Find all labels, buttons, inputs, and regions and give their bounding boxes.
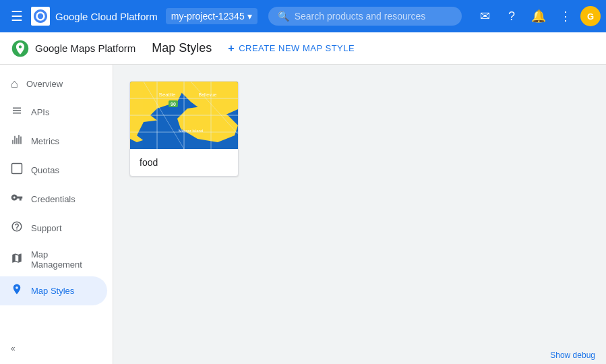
sidebar-item-apis[interactable]: APIs xyxy=(0,98,107,127)
bottom-bar[interactable]: Show debug xyxy=(539,346,606,364)
main-layout: ⌂ Overview APIs Metrics Quotas Credent xyxy=(0,65,606,364)
svg-text:Seattle: Seattle xyxy=(159,92,176,98)
svg-text:Bellevue: Bellevue xyxy=(199,92,217,97)
top-bar: ☰ Google Cloud Platform my-project-12345… xyxy=(0,0,606,32)
sidebar-item-map-management[interactable]: Map Management xyxy=(0,243,107,276)
sidebar-item-metrics[interactable]: Metrics xyxy=(0,127,107,156)
overview-icon: ⌂ xyxy=(11,77,18,91)
create-icon: + xyxy=(228,42,235,55)
brand-name: Google Cloud Platform xyxy=(55,11,158,22)
create-btn-label: CREATE NEW MAP STYLE xyxy=(239,43,355,53)
avatar[interactable]: G xyxy=(580,6,601,26)
sidebar-item-overview[interactable]: ⌂ Overview xyxy=(0,70,107,98)
debug-label: Show debug xyxy=(550,351,595,360)
support-icon xyxy=(11,220,23,236)
sidebar-item-map-styles[interactable]: Map Styles xyxy=(0,276,107,305)
sidebar-collapse[interactable]: « xyxy=(0,338,113,359)
menu-icon[interactable]: ☰ xyxy=(5,3,28,30)
map-style-card-food[interactable]: Seattle Bellevue Mercer Island 90 food xyxy=(129,81,239,177)
map-preview-svg: Seattle Bellevue Mercer Island 90 xyxy=(130,82,239,149)
search-input[interactable] xyxy=(295,11,452,22)
quotas-icon xyxy=(11,162,23,178)
sub-header: Google Maps Platform Map Styles + CREATE… xyxy=(0,32,606,65)
project-selector[interactable]: my-project-12345 ▾ xyxy=(166,8,257,24)
metrics-icon xyxy=(11,133,23,149)
create-new-map-style-button[interactable]: + CREATE NEW MAP STYLE xyxy=(228,42,355,55)
sidebar-item-credentials[interactable]: Credentials xyxy=(0,185,107,214)
expand-icon: ▾ xyxy=(247,11,252,22)
maps-logo xyxy=(11,39,30,58)
sidebar-item-quotas[interactable]: Quotas xyxy=(0,156,107,185)
sidebar-item-label: Overview xyxy=(26,79,63,89)
notifications-icon[interactable]: 🔔 xyxy=(526,4,551,28)
page-title: Map Styles xyxy=(152,41,212,55)
svg-rect-1 xyxy=(12,164,22,174)
sidebar-item-label: APIs xyxy=(31,107,49,117)
sidebar-item-label: Map Styles xyxy=(31,286,74,296)
sidebar-item-support[interactable]: Support xyxy=(0,214,107,243)
sidebar-item-label: Map Management xyxy=(31,249,96,270)
sidebar: ⌂ Overview APIs Metrics Quotas Credent xyxy=(0,65,113,364)
sub-brand-name: Google Maps Platform xyxy=(35,42,135,54)
sidebar-item-label: Support xyxy=(31,223,62,233)
apis-icon xyxy=(11,104,23,120)
map-preview: Seattle Bellevue Mercer Island 90 xyxy=(130,82,239,149)
search-icon: 🔍 xyxy=(278,11,289,22)
map-style-label: food xyxy=(130,149,238,176)
sidebar-item-label: Credentials xyxy=(31,194,75,204)
email-icon[interactable]: ✉ xyxy=(473,4,497,28)
sub-brand: Google Maps Platform xyxy=(11,39,135,58)
brand: Google Cloud Platform xyxy=(31,7,158,26)
help-icon[interactable]: ? xyxy=(499,4,524,28)
content-area: Seattle Bellevue Mercer Island 90 food xyxy=(113,65,606,364)
svg-text:90: 90 xyxy=(171,102,176,107)
gcp-logo xyxy=(31,7,50,26)
project-name: my-project-12345 xyxy=(171,11,245,22)
sidebar-item-label: Metrics xyxy=(31,136,59,146)
more-icon[interactable]: ⋮ xyxy=(553,4,578,28)
search-bar[interactable]: 🔍 xyxy=(268,7,462,26)
credentials-icon xyxy=(11,191,23,207)
collapse-icon: « xyxy=(11,344,16,353)
top-icons: ✉ ? 🔔 ⋮ G xyxy=(473,4,601,28)
svg-text:Mercer Island: Mercer Island xyxy=(179,129,203,133)
sidebar-item-label: Quotas xyxy=(31,165,59,175)
map-management-icon xyxy=(11,252,23,268)
map-styles-icon xyxy=(11,283,23,299)
